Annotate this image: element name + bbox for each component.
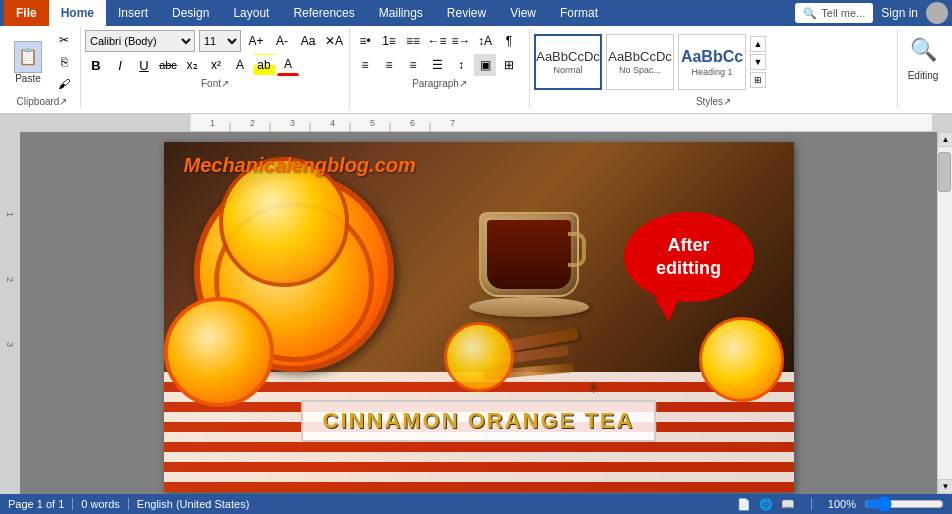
align-center-button[interactable]: ≡ — [378, 54, 400, 76]
document-area: 1 2 3 — [0, 132, 952, 494]
editing-group: 🔍 Editing — [898, 28, 948, 109]
scroll-thumb[interactable] — [938, 152, 951, 192]
clear-formatting-button[interactable]: ✕A — [323, 30, 345, 52]
svg-text:5: 5 — [370, 118, 375, 128]
status-bar: Page 1 of 1 0 words English (United Stat… — [0, 494, 952, 514]
ribbon-toolbar: 📋 Paste ✂ ⎘ 🖌 Clipboard ↗ Calibri (Body)… — [0, 26, 952, 114]
tab-design[interactable]: Design — [160, 0, 221, 26]
clipboard-expand-icon[interactable]: ↗ — [59, 96, 67, 107]
multilevel-list-button[interactable]: ≡≡ — [402, 30, 424, 52]
svg-text:4: 4 — [330, 118, 335, 128]
user-avatar[interactable] — [926, 2, 948, 24]
tab-format[interactable]: Format — [548, 0, 610, 26]
styles-group: AaBbCcDc Normal AaBbCcDc No Spac... AaBb… — [530, 28, 898, 109]
underline-button[interactable]: U — [133, 54, 155, 76]
view-mode-web[interactable]: 🌐 — [759, 498, 773, 511]
ribbon: File Home Insert Design Layout Reference… — [0, 0, 952, 26]
scrollbar[interactable]: ▲ ▼ — [937, 132, 952, 494]
ruler-marks: 1 2 3 4 5 6 7 — [190, 114, 932, 132]
sort-button[interactable]: ↕A — [474, 30, 496, 52]
tab-bar: File Home Insert Design Layout Reference… — [0, 0, 952, 26]
paste-button[interactable]: 📋 Paste — [8, 39, 48, 86]
clipboard-group: 📋 Paste ✂ ⎘ 🖌 Clipboard ↗ — [4, 28, 81, 109]
scroll-track[interactable] — [938, 147, 952, 479]
view-mode-print[interactable]: 📄 — [737, 498, 751, 511]
zoom-slider[interactable] — [864, 496, 944, 512]
title-banner: CINNAMON ORANGE TEA — [301, 400, 657, 442]
decrease-indent-button[interactable]: ←≡ — [426, 30, 448, 52]
cut-button[interactable]: ✂ — [52, 30, 76, 50]
speech-bubble: After editting — [624, 212, 754, 302]
paste-icon: 📋 — [14, 41, 42, 73]
view-mode-read[interactable]: 📖 — [781, 498, 795, 511]
tab-home[interactable]: Home — [49, 0, 106, 26]
paragraph-expand-icon[interactable]: ↗ — [459, 78, 467, 89]
tab-insert[interactable]: Insert — [106, 0, 160, 26]
styles-scroll-down[interactable]: ▼ — [750, 54, 766, 70]
change-case-button[interactable]: Aa — [297, 30, 319, 52]
svg-text:7: 7 — [450, 118, 455, 128]
italic-button[interactable]: I — [109, 54, 131, 76]
tab-mailings[interactable]: Mailings — [367, 0, 435, 26]
subscript-button[interactable]: x₂ — [181, 54, 203, 76]
tab-file[interactable]: File — [4, 0, 49, 26]
format-painter-button[interactable]: 🖌 — [52, 74, 76, 94]
left-sidebar: 1 2 3 — [0, 132, 20, 494]
tab-view[interactable]: View — [498, 0, 548, 26]
font-group: Calibri (Body) 11 A+ A- Aa ✕A B I U abc … — [81, 28, 350, 109]
borders-button[interactable]: ⊞ — [498, 54, 520, 76]
style-normal[interactable]: AaBbCcDc Normal — [534, 34, 602, 90]
editing-icon: 🔍 — [908, 30, 938, 70]
numbering-button[interactable]: 1≡ — [378, 30, 400, 52]
text-effects-button[interactable]: A — [229, 54, 251, 76]
style-heading1[interactable]: AaBbCc Heading 1 — [678, 34, 746, 90]
shading-button[interactable]: ▣ — [474, 54, 496, 76]
svg-text:1: 1 — [210, 118, 215, 128]
justify-button[interactable]: ☰ — [426, 54, 448, 76]
styles-more[interactable]: ⊞ — [750, 72, 766, 88]
highlight-color-button[interactable]: ab — [253, 54, 275, 76]
document-page[interactable]: ✳ ✳ Mechanicalengblog.com After — [164, 142, 794, 492]
font-size-decrease-button[interactable]: A- — [271, 30, 293, 52]
tab-review[interactable]: Review — [435, 0, 498, 26]
align-left-button[interactable]: ≡ — [354, 54, 376, 76]
tea-cup — [464, 197, 594, 317]
sign-in-button[interactable]: Sign in — [881, 6, 918, 20]
font-color-button[interactable]: A — [277, 54, 299, 76]
show-marks-button[interactable]: ¶ — [498, 30, 520, 52]
blog-title: Mechanicalengblog.com — [184, 154, 416, 177]
tab-references[interactable]: References — [281, 0, 366, 26]
scroll-down-button[interactable]: ▼ — [938, 479, 952, 494]
style-no-spacing[interactable]: AaBbCcDc No Spac... — [606, 34, 674, 90]
line-spacing-button[interactable]: ↕ — [450, 54, 472, 76]
doc-content: ✳ ✳ Mechanicalengblog.com After — [20, 132, 937, 494]
styles-scroll-up[interactable]: ▲ — [750, 36, 766, 52]
svg-text:2: 2 — [250, 118, 255, 128]
superscript-button[interactable]: x² — [205, 54, 227, 76]
align-right-button[interactable]: ≡ — [402, 54, 424, 76]
copy-button[interactable]: ⎘ — [52, 52, 76, 72]
svg-text:3: 3 — [290, 118, 295, 128]
styles-expand-icon[interactable]: ↗ — [723, 96, 731, 107]
scroll-up-button[interactable]: ▲ — [938, 132, 952, 147]
ruler: 1 2 3 4 5 6 7 — [0, 114, 952, 132]
font-size-select[interactable]: 11 — [199, 30, 241, 52]
document-image[interactable]: ✳ ✳ Mechanicalengblog.com After — [164, 142, 794, 492]
increase-indent-button[interactable]: ≡→ — [450, 30, 472, 52]
bold-button[interactable]: B — [85, 54, 107, 76]
font-size-increase-button[interactable]: A+ — [245, 30, 267, 52]
font-expand-icon[interactable]: ↗ — [221, 78, 229, 89]
paragraph-group: ≡• 1≡ ≡≡ ←≡ ≡→ ↕A ¶ ≡ ≡ ≡ ☰ ↕ ▣ ⊞ Paragr… — [350, 28, 530, 109]
strikethrough-button[interactable]: abc — [157, 54, 179, 76]
tell-me-bar[interactable]: 🔍 Tell me... — [795, 3, 873, 23]
bullets-button[interactable]: ≡• — [354, 30, 376, 52]
tab-layout[interactable]: Layout — [221, 0, 281, 26]
svg-text:6: 6 — [410, 118, 415, 128]
font-name-select[interactable]: Calibri (Body) — [85, 30, 195, 52]
